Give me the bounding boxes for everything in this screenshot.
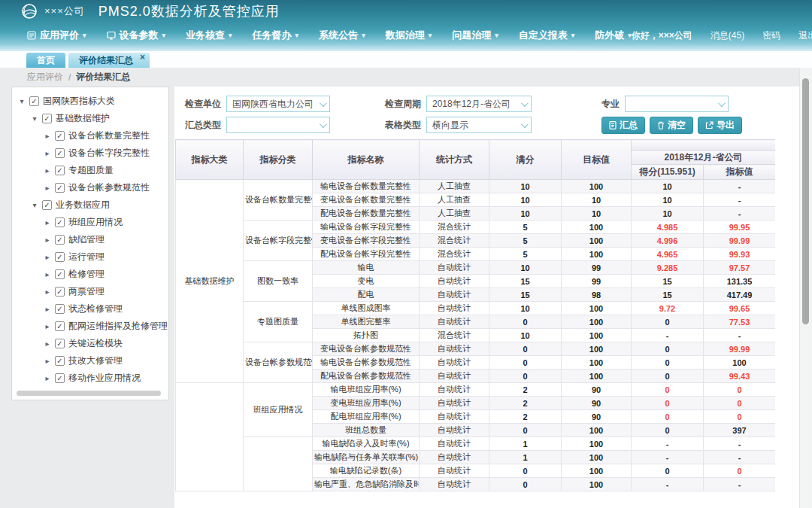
chevron-right-icon[interactable]: ▸ [44, 339, 51, 348]
tree-item-label: 关键运检模块 [68, 337, 123, 350]
nav-item[interactable]: 问题治理▾ [452, 29, 498, 42]
indicator-name-cell: 配电设备台帐参数规范性 [313, 370, 420, 383]
checkbox-checked-icon[interactable]: ✓ [55, 373, 65, 383]
chevron-down-icon[interactable]: ▾ [31, 114, 38, 123]
nav-item[interactable]: 数据治理▾ [386, 29, 432, 42]
table-type-select[interactable]: 横向显示 [426, 117, 532, 133]
export-button[interactable]: 导出 [698, 117, 742, 134]
check-period-field: 检查周期 2018年12月-省公司 [383, 96, 532, 112]
chevron-right-icon[interactable]: ▸ [44, 305, 51, 313]
nav-item[interactable]: 系统公告▾ [319, 29, 365, 42]
checkbox-checked-icon[interactable]: ✓ [55, 235, 65, 245]
checkbox-checked-icon[interactable]: ✓ [42, 200, 52, 210]
indicator-name-cell: 变电设备台帐字段完整性 [313, 234, 420, 248]
nav-item[interactable]: 自定义报表▾ [519, 29, 575, 42]
nav-item[interactable]: 防外破▾ [595, 29, 632, 42]
nav-item[interactable]: 任务督办▾ [253, 29, 299, 42]
messages-link[interactable]: 消息(45) [710, 29, 744, 42]
header-target-value: 目标值 [562, 140, 632, 180]
checkbox-checked-icon[interactable]: ✓ [55, 252, 65, 262]
clear-button[interactable]: 清空 [650, 117, 693, 134]
checkbox-checked-icon[interactable]: ✓ [55, 148, 65, 158]
tree-item[interactable]: ▾✓业务数据应用 [12, 196, 168, 214]
score-cell: 4.996 [632, 234, 704, 248]
chevron-right-icon[interactable]: ▸ [44, 357, 51, 365]
tree-item[interactable]: ▸✓检修管理 [12, 266, 168, 283]
tree-item[interactable]: ▸✓设备台帐数量完整性 [12, 127, 168, 144]
chevron-right-icon[interactable]: ▸ [44, 166, 51, 175]
chevron-right-icon[interactable]: ▸ [44, 322, 51, 330]
checkbox-checked-icon[interactable]: ✓ [55, 287, 65, 297]
close-icon[interactable]: × [140, 53, 145, 62]
tab-home[interactable]: 首页 [26, 53, 65, 68]
header-period: 2018年12月-省公司 [632, 151, 776, 165]
tab-evaluation-summary[interactable]: 评价结果汇总 × [68, 53, 150, 68]
check-unit-select[interactable]: 国网陕西省电力公司 [226, 96, 330, 112]
tree-item[interactable]: ▸✓设备台帐字段完整性 [12, 144, 168, 162]
tree-item[interactable]: ▸✓关键运检模块 [12, 335, 168, 352]
check-period-select[interactable]: 2018年12月-省公司 [426, 96, 532, 112]
checkbox-checked-icon[interactable]: ✓ [55, 269, 65, 279]
checkbox-checked-icon[interactable]: ✓ [55, 131, 65, 141]
tree-item[interactable]: ▸✓移动作业应用情况 [12, 370, 168, 387]
indicator-name-cell: 配电设备台帐字段完整性 [313, 248, 420, 261]
summary-type-select[interactable] [226, 117, 330, 133]
tree-item[interactable]: ▾✓基础数据维护 [12, 110, 168, 127]
company-name: ×××公司 [44, 5, 85, 18]
tree-item[interactable]: ▸✓运行管理 [12, 248, 168, 266]
checkbox-checked-icon[interactable]: ✓ [29, 96, 39, 106]
vertical-scrollbar-track[interactable] [799, 68, 812, 508]
checkbox-checked-icon[interactable]: ✓ [55, 217, 65, 227]
chevron-down-icon[interactable]: ▾ [18, 97, 26, 105]
chevron-down-icon: ▾ [162, 32, 166, 39]
checkbox-checked-icon[interactable]: ✓ [55, 321, 65, 331]
nav-item[interactable]: 应用评价▾ [27, 29, 86, 42]
tree-item[interactable]: ▸✓技改大修管理 [12, 352, 168, 370]
checkbox-checked-icon[interactable]: ✓ [42, 114, 52, 123]
full-score-cell: 0 [489, 424, 562, 437]
indicator-value-cell: - [704, 437, 776, 451]
summarize-button[interactable]: 汇总 [601, 117, 645, 134]
checkbox-checked-icon[interactable]: ✓ [55, 356, 65, 366]
chevron-down-icon[interactable]: ▾ [31, 201, 38, 209]
classification-cell: 图数一致率 [244, 261, 313, 302]
vertical-scrollbar-thumb[interactable] [802, 78, 809, 324]
checkbox-checked-icon[interactable]: ✓ [55, 304, 65, 314]
sidebar-horizontal-scrollbar[interactable] [17, 391, 161, 396]
tree-item[interactable]: ▸✓配网运维指挥及抢修管理 [12, 318, 168, 335]
chevron-right-icon[interactable]: ▸ [44, 218, 51, 227]
password-link[interactable]: 密码 [762, 29, 780, 42]
chevron-right-icon[interactable]: ▸ [44, 270, 51, 278]
nav-item[interactable]: 设备参数▾ [107, 29, 166, 42]
tree-item[interactable]: ▸✓状态检修管理 [12, 300, 168, 318]
classification-cell: 设备台帐字段完整性 [244, 221, 313, 261]
header-statistic-method: 统计方式 [420, 140, 489, 180]
chevron-right-icon[interactable]: ▸ [44, 287, 51, 296]
tree-item[interactable]: ▸✓设备台帐参数规范性 [12, 179, 168, 196]
breadcrumb-parent[interactable]: 应用评价 [27, 71, 63, 84]
score-cell: 0 [632, 342, 704, 356]
tree-item[interactable]: ▸✓班组应用情况 [12, 214, 168, 231]
chevron-right-icon[interactable]: ▸ [44, 374, 51, 382]
nav-item[interactable]: 业务核查▾ [186, 29, 232, 42]
chevron-right-icon[interactable]: ▸ [44, 184, 51, 192]
chevron-right-icon[interactable]: ▸ [44, 149, 51, 157]
breadcrumb-current: 评价结果汇总 [76, 71, 130, 84]
button-label: 清空 [668, 119, 686, 132]
checkbox-checked-icon[interactable]: ✓ [55, 183, 65, 193]
tree-item[interactable]: ▸✓两票管理 [12, 283, 168, 300]
logout-link[interactable]: 退出 [798, 29, 812, 42]
chevron-right-icon[interactable]: ▸ [44, 253, 51, 261]
checkbox-checked-icon[interactable]: ✓ [55, 339, 65, 348]
specialty-select[interactable] [625, 96, 729, 112]
target-value-cell: 100 [562, 302, 632, 315]
chevron-down-icon [521, 99, 529, 107]
chevron-right-icon[interactable]: ▸ [44, 236, 51, 244]
target-value-cell: 100 [562, 180, 632, 193]
category-cell: 基础数据维护 [176, 180, 244, 383]
chevron-right-icon[interactable]: ▸ [44, 132, 51, 140]
tree-item[interactable]: ▸✓缺陷管理 [12, 231, 168, 248]
tree-item[interactable]: ▾✓国网陕西指标大类 [12, 93, 168, 110]
tree-item[interactable]: ▸✓专题图质量 [12, 162, 168, 179]
checkbox-checked-icon[interactable]: ✓ [55, 166, 65, 175]
